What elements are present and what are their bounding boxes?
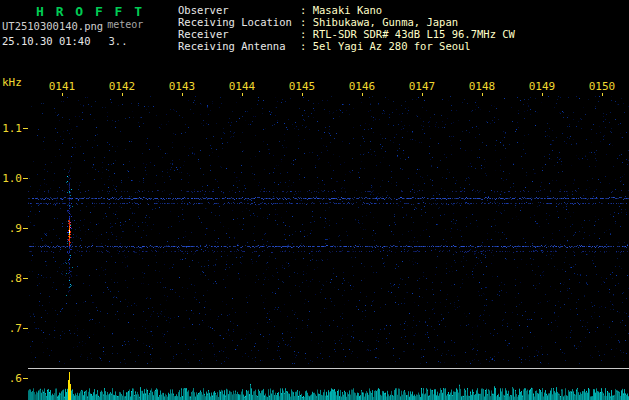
app-title: H R O F F T [36, 4, 144, 19]
freq-axis-label: .6 [0, 372, 22, 385]
hrofft-window: H R O F F T UT2510300140.pngmeteor 25.10… [0, 0, 629, 400]
station-info-row: Receiving Location: Shibukawa, Gunma, Ja… [178, 16, 515, 28]
info-label: Receiving Antenna [178, 40, 300, 52]
station-info-row: Observer: Masaki Kano [178, 4, 515, 16]
datetime-row: 25.10.30 01:403.. [2, 35, 127, 47]
time-axis-label: 0141 [47, 80, 77, 93]
output-filename: UT2510300140.png [2, 20, 103, 32]
freq-axis-unit: kHz [2, 76, 22, 89]
time-axis-label: 0147 [407, 80, 437, 93]
observation-tag: meteor [107, 19, 143, 30]
info-value: : Masaki Kano [300, 4, 382, 16]
info-value: : RTL-SDR SDR# 43dB L15 96.7MHz CW [300, 28, 515, 40]
freq-axis-label: .8 [0, 272, 22, 285]
time-axis-label: 0144 [227, 80, 257, 93]
time-axis-label: 0142 [107, 80, 137, 93]
time-axis-label: 0145 [287, 80, 317, 93]
spectrogram-canvas [28, 96, 629, 364]
freq-axis-label: .9 [0, 222, 22, 235]
time-axis-label: 0148 [467, 80, 497, 93]
info-value: : 5el Yagi Az 280 for Seoul [300, 40, 471, 52]
freq-axis-label: 1.1 [0, 122, 22, 135]
time-axis-label: 0146 [347, 80, 377, 93]
station-info-row: Receiver: RTL-SDR SDR# 43dB L15 96.7MHz … [178, 28, 515, 40]
time-axis-label: 0150 [587, 80, 617, 93]
info-value: : Shibukawa, Gunma, Japan [300, 16, 458, 28]
baseline-divider [28, 368, 629, 369]
signal-level-strip-canvas [28, 372, 629, 400]
time-axis-label: 0149 [527, 80, 557, 93]
freq-axis-label: .7 [0, 322, 22, 335]
time-axis-label: 0143 [167, 80, 197, 93]
filename-row: UT2510300140.pngmeteor [2, 20, 143, 32]
station-info: Observer: Masaki KanoReceiving Location:… [178, 4, 515, 52]
info-label: Receiver [178, 28, 300, 40]
freq-axis-label: 1.0 [0, 172, 22, 185]
info-label: Observer [178, 4, 300, 16]
timestamp: 25.10.30 01:40 [2, 35, 91, 47]
counter: 3.. [109, 35, 128, 47]
info-label: Receiving Location [178, 16, 300, 28]
station-info-row: Receiving Antenna: 5el Yagi Az 280 for S… [178, 40, 515, 52]
